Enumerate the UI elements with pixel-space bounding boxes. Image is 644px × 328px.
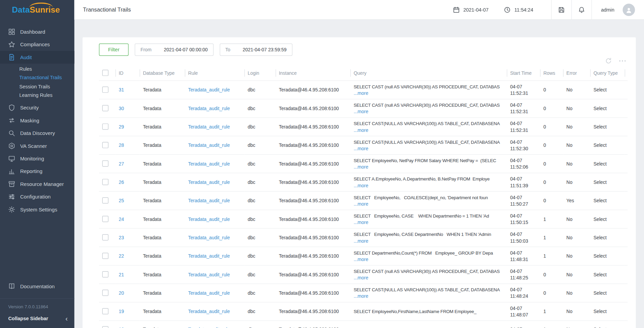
sidebar-item-monitoring[interactable]: Monitoring [0, 152, 75, 165]
query-more-link[interactable]: ...more [353, 274, 368, 281]
column-header-start-time[interactable]: Start Time [507, 66, 540, 80]
column-header-error[interactable]: Error [563, 66, 590, 80]
row-checkbox[interactable] [102, 253, 109, 259]
error-cell: No [566, 327, 573, 328]
row-id-link[interactable]: 28 [119, 143, 124, 148]
row-id-link[interactable]: 18 [119, 327, 124, 328]
collapse-sidebar-button[interactable]: Collapse Sidebar ‹ [0, 313, 75, 323]
rows-cell: 0 [543, 124, 546, 129]
row-id-link[interactable]: 25 [119, 198, 124, 203]
rule-link[interactable]: Teradata_audit_rule [188, 309, 230, 313]
sidebar-item-security[interactable]: Security [0, 101, 75, 114]
rule-link[interactable]: Teradata_audit_rule [188, 327, 230, 328]
table-row: 18 Teradata Teradata_audit_rule dbc Tera… [99, 321, 628, 328]
row-id-link[interactable]: 23 [119, 235, 124, 240]
notifications-button[interactable] [572, 0, 592, 19]
query-more-link[interactable]: ...more [353, 219, 368, 225]
row-id-link[interactable]: 20 [119, 290, 124, 295]
row-id-link[interactable]: 22 [119, 254, 124, 258]
row-id-link[interactable]: 21 [119, 272, 124, 277]
row-checkbox[interactable] [102, 308, 109, 314]
row-id-link[interactable]: 30 [119, 106, 124, 110]
rule-link[interactable]: Teradata_audit_rule [188, 198, 230, 203]
sidebar-item-documentation[interactable]: Documentation [0, 280, 75, 292]
save-button[interactable] [552, 0, 572, 19]
rule-link[interactable]: Teradata_audit_rule [188, 106, 230, 110]
sidebar-subitem-learning-rules[interactable]: Learning Rules [0, 91, 75, 100]
time-display[interactable]: 11:54:24 [504, 6, 533, 13]
query-more-link[interactable]: ...more [353, 163, 368, 170]
sidebar-item-compliances[interactable]: Compliances [0, 38, 75, 51]
filter-button[interactable]: Filter [99, 44, 129, 56]
logo[interactable]: DataSunrise [0, 0, 75, 20]
row-checkbox[interactable] [102, 179, 109, 185]
to-date-field[interactable]: To 2021-04-07 23:59:59 [219, 44, 292, 56]
sidebar-item-data-discovery[interactable]: Data Discovery [0, 127, 75, 139]
query-more-link[interactable]: ...more [353, 201, 368, 207]
row-checkbox[interactable] [102, 105, 109, 111]
more-options-icon[interactable] [619, 57, 626, 64]
sidebar-item-resource-manager[interactable]: Resource Manager [0, 178, 75, 190]
query-more-link[interactable]: ...more [353, 108, 368, 115]
query-more-link[interactable]: ...more [353, 237, 368, 244]
query-more-link[interactable]: ...more [353, 182, 368, 188]
sidebar-subitem-session-trails[interactable]: Session Trails [0, 82, 75, 91]
row-checkbox[interactable] [102, 290, 109, 296]
row-checkbox[interactable] [102, 160, 109, 167]
sidebar-subitem-transactional-trails[interactable]: Transactional Trails [0, 73, 75, 82]
refresh-icon[interactable] [605, 57, 612, 64]
sidebar-item-va-scanner[interactable]: VA Scanner [0, 139, 75, 152]
row-checkbox[interactable] [102, 326, 109, 328]
query-more-link[interactable]: ...more [353, 293, 368, 299]
row-checkbox[interactable] [102, 197, 109, 204]
query-more-link[interactable]: ...more [353, 145, 368, 152]
rule-link[interactable]: Teradata_audit_rule [188, 87, 230, 92]
column-header-id[interactable]: ID [115, 66, 139, 80]
column-header-query-type[interactable]: Query Type [590, 66, 625, 80]
query-more-link[interactable]: ...more [353, 256, 368, 262]
column-header-login[interactable]: Login [244, 66, 276, 80]
sidebar-item-audit[interactable]: Audit [0, 51, 75, 64]
row-id-link[interactable]: 19 [119, 309, 124, 313]
row-id-link[interactable]: 31 [119, 87, 124, 92]
sidebar-item-dashboard[interactable]: Dashboard [0, 25, 75, 38]
rule-link[interactable]: Teradata_audit_rule [188, 124, 230, 129]
sidebar-item-configuration[interactable]: Configuration [0, 190, 75, 203]
row-checkbox[interactable] [102, 271, 109, 277]
column-header-rows[interactable]: Rows [540, 66, 563, 80]
row-id-link[interactable]: 26 [119, 179, 124, 184]
row-checkbox[interactable] [102, 216, 109, 222]
query-more-link[interactable]: ...more [353, 90, 368, 96]
row-checkbox[interactable] [102, 142, 109, 148]
column-header-database-type[interactable]: Database Type [139, 66, 185, 80]
column-header-query[interactable]: Query [350, 66, 507, 80]
app-root: DataSunrise DashboardCompliancesAuditRul… [0, 0, 644, 328]
rule-link[interactable]: Teradata_audit_rule [188, 272, 230, 277]
row-id-link[interactable]: 29 [119, 124, 124, 129]
rows-cell: 0 [543, 290, 546, 295]
select-all-checkbox[interactable] [102, 70, 109, 76]
sidebar-item-reporting[interactable]: Reporting [0, 165, 75, 177]
from-date-field[interactable]: From 2021-04-07 00:00:00 [135, 44, 213, 56]
rule-link[interactable]: Teradata_audit_rule [188, 217, 230, 221]
rule-link[interactable]: Teradata_audit_rule [188, 254, 230, 258]
sidebar-item-masking[interactable]: Masking [0, 114, 75, 127]
sidebar-subitem-rules[interactable]: Rules [0, 65, 75, 73]
rule-link[interactable]: Teradata_audit_rule [188, 290, 230, 295]
row-id-link[interactable]: 24 [119, 217, 124, 221]
query-more-link[interactable]: ...more [353, 126, 368, 133]
rule-link[interactable]: Teradata_audit_rule [188, 235, 230, 240]
row-checkbox[interactable] [102, 123, 109, 130]
row-checkbox[interactable] [102, 87, 109, 93]
rule-link[interactable]: Teradata_audit_rule [188, 179, 230, 184]
row-checkbox[interactable] [102, 234, 109, 240]
rule-link[interactable]: Teradata_audit_rule [188, 161, 230, 166]
sidebar-nav: DashboardCompliancesAuditRulesTransactio… [0, 20, 75, 216]
sidebar-item-system-settings[interactable]: System Settings [0, 203, 75, 216]
column-header-instance[interactable]: Instance [276, 66, 350, 80]
column-header-rule[interactable]: Rule [185, 66, 244, 80]
date-display[interactable]: 2021-04-07 [453, 6, 489, 13]
rule-link[interactable]: Teradata_audit_rule [188, 143, 230, 148]
row-id-link[interactable]: 27 [119, 161, 124, 166]
user-menu[interactable]: admin [592, 3, 644, 16]
